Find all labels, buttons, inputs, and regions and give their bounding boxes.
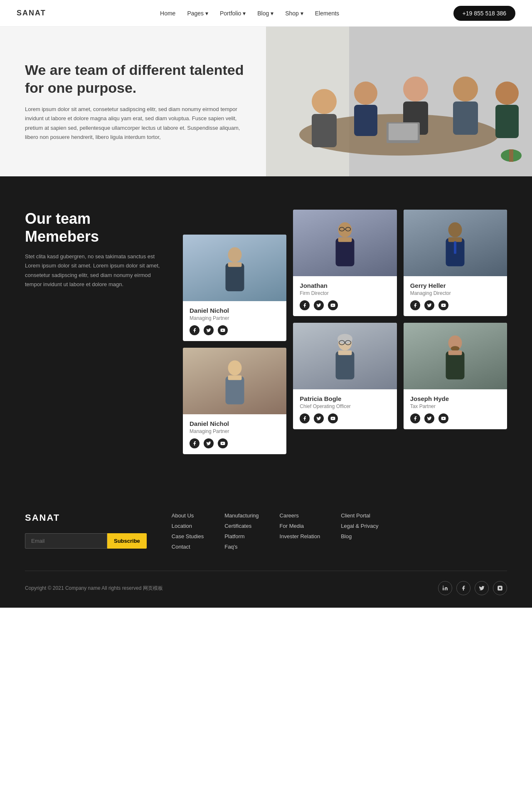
footer-link-for-media[interactable]: For Media xyxy=(280,523,320,529)
facebook-icon[interactable] xyxy=(190,438,200,448)
team-col-3: Gerry Heller Managing Director xyxy=(404,210,507,454)
svg-rect-35 xyxy=(338,351,352,355)
subscribe-button[interactable]: Subscribe xyxy=(107,533,147,549)
svg-rect-50 xyxy=(443,587,443,590)
instagram-social-button[interactable] xyxy=(493,581,507,595)
team-intro: Our team Memebers Stet clita kasd guberg… xyxy=(25,210,166,454)
twitter-icon[interactable] xyxy=(424,413,434,423)
member-name: Daniel Nichol xyxy=(190,420,280,427)
facebook-icon[interactable] xyxy=(410,413,420,423)
member-role: Chief Operating Officer xyxy=(300,403,390,409)
svg-rect-23 xyxy=(228,376,241,380)
brand-logo[interactable]: SANAT xyxy=(17,9,46,17)
youtube-icon[interactable] xyxy=(328,300,338,310)
team-grid: Daniel Nichol Managing Partner xyxy=(183,210,507,454)
footer-brand: SANAT Subscribe xyxy=(25,512,147,550)
twitter-social-button[interactable] xyxy=(475,581,489,595)
hero-image xyxy=(266,27,532,176)
footer-socials xyxy=(438,581,507,595)
member-name: Jonathan xyxy=(300,282,390,289)
facebook-icon[interactable] xyxy=(410,300,420,310)
nav-item-pages[interactable]: Pages ▾ xyxy=(187,10,208,17)
team-section: Our team Memebers Stet clita kasd guberg… xyxy=(0,176,532,487)
footer-link-client-portal[interactable]: Client Portal xyxy=(341,512,378,519)
member-info-gerry: Gerry Heller Managing Director xyxy=(404,276,507,316)
team-col-2: Jonathan Firm Director xyxy=(293,210,397,454)
social-links xyxy=(410,300,500,310)
phone-cta-button[interactable]: +19 855 518 386 xyxy=(453,6,516,21)
member-card-joseph: Joseph Hyde Tax Partner xyxy=(404,323,507,429)
footer-link-careers[interactable]: Careers xyxy=(280,512,320,519)
hero-body: Lorem ipsum dolor sit amet, consetetur s… xyxy=(25,105,245,141)
facebook-icon[interactable] xyxy=(190,325,200,335)
twitter-icon[interactable] xyxy=(424,300,434,310)
svg-rect-43 xyxy=(454,241,456,254)
footer-link-manufacturing[interactable]: Manufacturing xyxy=(224,512,259,519)
svg-rect-19 xyxy=(228,262,241,267)
member-card-patricia: Patricia Bogle Chief Operating Officer xyxy=(293,323,397,429)
svg-rect-10 xyxy=(453,101,478,135)
social-links xyxy=(300,300,390,310)
social-links xyxy=(190,325,280,335)
linkedin-social-button[interactable] xyxy=(438,581,452,595)
youtube-icon[interactable] xyxy=(438,413,448,423)
member-name: Joseph Hyde xyxy=(410,395,500,402)
footer-col-4: Client Portal Legal & Privacy Blog xyxy=(341,512,378,550)
member-photo-jonathan xyxy=(293,210,397,276)
svg-rect-34 xyxy=(335,351,354,380)
member-info-daniel-2: Daniel Nichol Managing Partner xyxy=(183,414,286,454)
nav-item-blog[interactable]: Blog ▾ xyxy=(257,10,273,17)
svg-point-40 xyxy=(448,223,462,237)
svg-point-21 xyxy=(228,361,241,376)
nav-item-home[interactable]: Home xyxy=(160,10,175,17)
footer-link-about[interactable]: About Us xyxy=(172,512,204,519)
youtube-icon[interactable] xyxy=(328,413,338,423)
member-info-joseph: Joseph Hyde Tax Partner xyxy=(404,389,507,429)
nav-item-portfolio[interactable]: Portfolio ▾ xyxy=(220,10,246,17)
nav-item-shop[interactable]: Shop ▾ xyxy=(285,10,303,17)
twitter-icon[interactable] xyxy=(314,413,324,423)
svg-rect-47 xyxy=(446,351,465,380)
youtube-icon[interactable] xyxy=(218,325,228,335)
footer-copyright: Copyright © 2021 Company name All rights… xyxy=(25,585,163,592)
svg-rect-4 xyxy=(312,114,337,147)
email-form: Subscribe xyxy=(25,533,147,549)
footer-link-certificates[interactable]: Certificates xyxy=(224,523,259,529)
facebook-icon[interactable] xyxy=(300,300,310,310)
svg-point-17 xyxy=(228,247,241,262)
footer-link-contact[interactable]: Contact xyxy=(172,544,204,550)
nav-item-elements[interactable]: Elements xyxy=(315,10,339,17)
social-links xyxy=(190,438,280,448)
nav-menu: Home Pages ▾ Portfolio ▾ Blog ▾ Shop ▾ E… xyxy=(160,10,339,17)
svg-rect-6 xyxy=(354,105,377,136)
footer-link-platform[interactable]: Platform xyxy=(224,533,259,539)
twitter-icon[interactable] xyxy=(314,300,324,310)
email-input[interactable] xyxy=(25,533,107,549)
hero-section: We are team of different talented for on… xyxy=(0,27,532,176)
twitter-icon[interactable] xyxy=(204,438,214,448)
footer-top: SANAT Subscribe About Us Location Case S… xyxy=(25,512,507,550)
footer-link-blog[interactable]: Blog xyxy=(341,533,378,539)
hero-heading: We are team of different talented for on… xyxy=(25,61,245,96)
footer-link-case-studies[interactable]: Case Studies xyxy=(172,533,204,539)
member-photo-daniel-2 xyxy=(183,348,286,414)
svg-point-5 xyxy=(354,82,377,105)
svg-rect-14 xyxy=(389,124,418,140)
member-card-jonathan: Jonathan Firm Director xyxy=(293,210,397,316)
youtube-icon[interactable] xyxy=(438,300,448,310)
member-name: Patricia Bogle xyxy=(300,395,390,402)
svg-rect-12 xyxy=(495,105,519,138)
facebook-social-button[interactable] xyxy=(456,581,470,595)
twitter-icon[interactable] xyxy=(204,325,214,335)
member-role: Managing Partner xyxy=(190,428,280,434)
footer-col-2: Manufacturing Certificates Platform Faq'… xyxy=(224,512,259,550)
svg-rect-42 xyxy=(448,237,462,242)
youtube-icon[interactable] xyxy=(218,438,228,448)
footer-link-faqs[interactable]: Faq's xyxy=(224,544,259,550)
social-links xyxy=(300,413,390,423)
facebook-icon[interactable] xyxy=(300,413,310,423)
member-info-patricia: Patricia Bogle Chief Operating Officer xyxy=(293,389,397,429)
footer-link-investor[interactable]: Invester Relation xyxy=(280,533,320,539)
footer-link-legal[interactable]: Legal & Privacy xyxy=(341,523,378,529)
footer-link-location[interactable]: Location xyxy=(172,523,204,529)
